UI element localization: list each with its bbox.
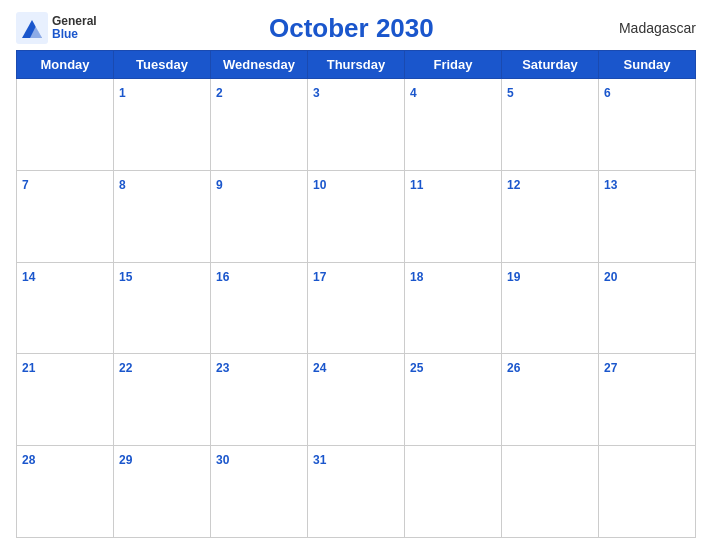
- calendar-body: 1234567891011121314151617181920212223242…: [17, 79, 696, 538]
- calendar-cell: 30: [211, 446, 308, 538]
- calendar-cell: 16: [211, 262, 308, 354]
- day-number: 5: [507, 86, 514, 100]
- country-label: Madagascar: [606, 20, 696, 36]
- calendar-header: Monday Tuesday Wednesday Thursday Friday…: [17, 51, 696, 79]
- logo-blue-label: Blue: [52, 28, 97, 41]
- calendar-cell: [405, 446, 502, 538]
- day-number: 31: [313, 453, 326, 467]
- calendar-cell: 7: [17, 170, 114, 262]
- calendar-cell: 10: [308, 170, 405, 262]
- header: General Blue October 2030 Madagascar: [16, 12, 696, 44]
- calendar-cell: 28: [17, 446, 114, 538]
- day-number: 14: [22, 270, 35, 284]
- day-number: 20: [604, 270, 617, 284]
- calendar-cell: 1: [114, 79, 211, 171]
- header-sunday: Sunday: [599, 51, 696, 79]
- day-number: 21: [22, 361, 35, 375]
- calendar-cell: 21: [17, 354, 114, 446]
- header-friday: Friday: [405, 51, 502, 79]
- calendar-cell: 18: [405, 262, 502, 354]
- calendar-cell: 22: [114, 354, 211, 446]
- calendar-cell: 31: [308, 446, 405, 538]
- day-number: 23: [216, 361, 229, 375]
- calendar-cell: 23: [211, 354, 308, 446]
- calendar-cell: 29: [114, 446, 211, 538]
- day-number: 25: [410, 361, 423, 375]
- calendar-cell: 15: [114, 262, 211, 354]
- calendar-cell: 24: [308, 354, 405, 446]
- calendar-week-row: 21222324252627: [17, 354, 696, 446]
- calendar-cell: 12: [502, 170, 599, 262]
- day-number: 6: [604, 86, 611, 100]
- day-number: 27: [604, 361, 617, 375]
- calendar-cell: 6: [599, 79, 696, 171]
- calendar-cell: 5: [502, 79, 599, 171]
- calendar-cell: 26: [502, 354, 599, 446]
- calendar-week-row: 14151617181920: [17, 262, 696, 354]
- day-number: 26: [507, 361, 520, 375]
- day-number: 17: [313, 270, 326, 284]
- calendar-cell: 8: [114, 170, 211, 262]
- day-number: 10: [313, 178, 326, 192]
- calendar-week-row: 123456: [17, 79, 696, 171]
- day-number: 28: [22, 453, 35, 467]
- calendar-cell: [502, 446, 599, 538]
- day-number: 9: [216, 178, 223, 192]
- calendar-cell: 4: [405, 79, 502, 171]
- calendar-cell: 11: [405, 170, 502, 262]
- logo: General Blue: [16, 12, 97, 44]
- weekday-header-row: Monday Tuesday Wednesday Thursday Friday…: [17, 51, 696, 79]
- calendar-cell: 17: [308, 262, 405, 354]
- header-tuesday: Tuesday: [114, 51, 211, 79]
- header-saturday: Saturday: [502, 51, 599, 79]
- calendar-cell: 14: [17, 262, 114, 354]
- header-wednesday: Wednesday: [211, 51, 308, 79]
- calendar-cell: 9: [211, 170, 308, 262]
- logo-icon: [16, 12, 48, 44]
- calendar-week-row: 28293031: [17, 446, 696, 538]
- calendar-title: October 2030: [97, 13, 606, 44]
- day-number: 16: [216, 270, 229, 284]
- calendar-week-row: 78910111213: [17, 170, 696, 262]
- day-number: 19: [507, 270, 520, 284]
- day-number: 4: [410, 86, 417, 100]
- day-number: 3: [313, 86, 320, 100]
- calendar-cell: 19: [502, 262, 599, 354]
- logo-text: General Blue: [52, 15, 97, 41]
- header-monday: Monday: [17, 51, 114, 79]
- day-number: 30: [216, 453, 229, 467]
- calendar-cell: [599, 446, 696, 538]
- day-number: 8: [119, 178, 126, 192]
- calendar-cell: 25: [405, 354, 502, 446]
- calendar-cell: 27: [599, 354, 696, 446]
- calendar-cell: 2: [211, 79, 308, 171]
- day-number: 15: [119, 270, 132, 284]
- calendar-cell: 3: [308, 79, 405, 171]
- day-number: 13: [604, 178, 617, 192]
- calendar-page: General Blue October 2030 Madagascar Mon…: [0, 0, 712, 550]
- day-number: 12: [507, 178, 520, 192]
- day-number: 24: [313, 361, 326, 375]
- day-number: 1: [119, 86, 126, 100]
- calendar-table: Monday Tuesday Wednesday Thursday Friday…: [16, 50, 696, 538]
- header-thursday: Thursday: [308, 51, 405, 79]
- day-number: 11: [410, 178, 423, 192]
- day-number: 2: [216, 86, 223, 100]
- calendar-cell: 13: [599, 170, 696, 262]
- day-number: 29: [119, 453, 132, 467]
- day-number: 18: [410, 270, 423, 284]
- calendar-cell: [17, 79, 114, 171]
- day-number: 7: [22, 178, 29, 192]
- day-number: 22: [119, 361, 132, 375]
- calendar-cell: 20: [599, 262, 696, 354]
